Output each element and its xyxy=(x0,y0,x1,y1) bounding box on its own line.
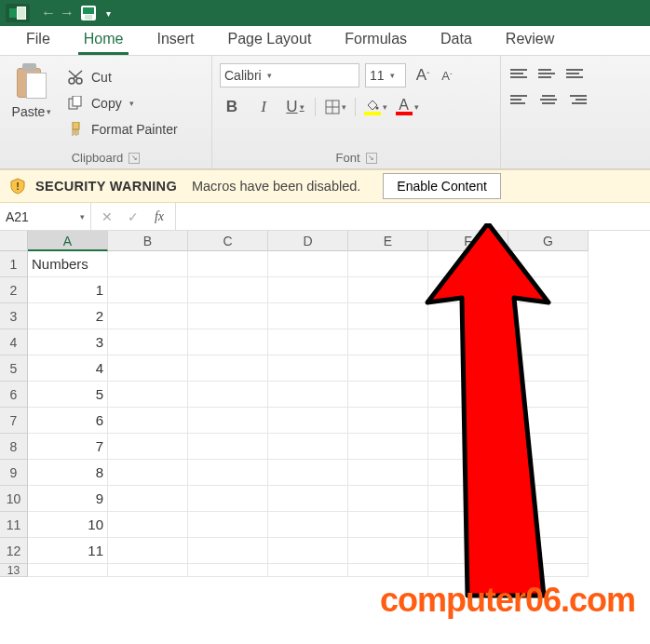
cell[interactable] xyxy=(108,486,188,512)
format-painter-button[interactable]: Format Painter xyxy=(63,117,182,141)
cell[interactable] xyxy=(108,251,188,277)
align-center-button[interactable] xyxy=(536,89,561,110)
column-header[interactable]: E xyxy=(348,231,428,251)
qat-customize-icon[interactable]: ▾ xyxy=(106,8,111,19)
cell[interactable] xyxy=(268,382,348,408)
cell[interactable] xyxy=(268,434,348,460)
row-header[interactable]: 5 xyxy=(0,356,28,382)
cell[interactable] xyxy=(508,303,589,329)
cell[interactable] xyxy=(508,408,589,434)
cell[interactable] xyxy=(508,460,589,486)
column-header[interactable]: F xyxy=(428,231,508,251)
cell[interactable] xyxy=(268,251,348,277)
cell[interactable] xyxy=(508,434,589,460)
copy-button[interactable]: Copy ▾ xyxy=(63,91,182,115)
cell[interactable] xyxy=(428,356,508,382)
cell[interactable] xyxy=(348,303,428,329)
cell[interactable] xyxy=(188,486,268,512)
enable-content-button[interactable]: Enable Content xyxy=(383,173,501,199)
underline-button[interactable]: U▾ xyxy=(283,95,307,119)
fill-color-button[interactable]: ▾ xyxy=(363,95,387,119)
cell[interactable] xyxy=(348,356,428,382)
cell[interactable] xyxy=(268,408,348,434)
row-header[interactable]: 8 xyxy=(0,434,28,460)
grow-font-button[interactable]: Aˆ xyxy=(412,63,434,87)
cell[interactable]: 2 xyxy=(28,303,108,329)
row-header[interactable]: 2 xyxy=(0,277,28,303)
cell[interactable] xyxy=(108,512,188,538)
cell[interactable] xyxy=(348,538,428,564)
tab-file[interactable]: File xyxy=(9,25,67,55)
italic-button[interactable]: I xyxy=(251,95,276,119)
cell[interactable]: 4 xyxy=(28,356,108,382)
cell[interactable] xyxy=(268,564,348,577)
tab-insert[interactable]: Insert xyxy=(140,25,210,55)
cell[interactable] xyxy=(268,486,348,512)
cell[interactable] xyxy=(108,382,188,408)
cell[interactable]: 8 xyxy=(28,460,108,486)
column-header[interactable]: G xyxy=(508,231,589,251)
cell[interactable] xyxy=(348,512,428,538)
align-middle-button[interactable] xyxy=(536,63,561,84)
tab-page-layout[interactable]: Page Layout xyxy=(210,25,328,55)
cell[interactable] xyxy=(348,564,428,577)
enter-formula-icon[interactable]: ✓ xyxy=(121,206,145,228)
cell[interactable]: 3 xyxy=(28,329,108,356)
row-header[interactable]: 6 xyxy=(0,382,28,408)
cell[interactable] xyxy=(28,564,108,577)
cell[interactable] xyxy=(428,460,508,486)
paste-icon[interactable] xyxy=(13,63,50,102)
cell[interactable] xyxy=(348,408,428,434)
cell[interactable] xyxy=(108,408,188,434)
cell[interactable] xyxy=(108,356,188,382)
cell[interactable] xyxy=(268,512,348,538)
font-launcher-icon[interactable]: ↘ xyxy=(366,153,377,164)
cell[interactable] xyxy=(428,329,508,356)
cell[interactable] xyxy=(508,564,589,577)
cell[interactable] xyxy=(428,382,508,408)
tab-formulas[interactable]: Formulas xyxy=(328,25,424,55)
column-header[interactable]: D xyxy=(268,231,348,251)
save-icon[interactable] xyxy=(80,5,97,21)
cell[interactable] xyxy=(428,564,508,577)
cell[interactable] xyxy=(188,356,268,382)
bold-button[interactable]: B xyxy=(220,95,244,119)
tab-review[interactable]: Review xyxy=(489,25,571,55)
shrink-font-button[interactable]: Aˇ xyxy=(436,63,458,87)
cell[interactable]: 6 xyxy=(28,408,108,434)
cell[interactable] xyxy=(188,564,268,577)
cell[interactable] xyxy=(428,303,508,329)
borders-button[interactable]: ▾ xyxy=(323,95,347,119)
align-top-button[interactable] xyxy=(508,63,533,84)
cell[interactable] xyxy=(108,277,188,303)
cell[interactable] xyxy=(428,277,508,303)
row-header[interactable]: 13 xyxy=(0,564,28,577)
row-header[interactable]: 3 xyxy=(0,303,28,329)
cell[interactable] xyxy=(508,512,589,538)
cell[interactable] xyxy=(428,512,508,538)
cell[interactable]: 5 xyxy=(28,382,108,408)
column-header[interactable]: C xyxy=(188,231,268,251)
row-header[interactable]: 10 xyxy=(0,486,28,512)
cell[interactable] xyxy=(108,538,188,564)
redo-icon[interactable]: → xyxy=(60,5,74,21)
insert-function-button[interactable]: fx xyxy=(147,206,171,228)
cell[interactable] xyxy=(188,303,268,329)
cell[interactable] xyxy=(108,564,188,577)
cell[interactable] xyxy=(188,329,268,356)
cell[interactable] xyxy=(108,303,188,329)
cell[interactable] xyxy=(348,277,428,303)
row-header[interactable]: 1 xyxy=(0,251,28,277)
cell[interactable] xyxy=(188,434,268,460)
cell[interactable] xyxy=(188,512,268,538)
cell[interactable] xyxy=(508,251,589,277)
row-header[interactable]: 4 xyxy=(0,329,28,356)
cell[interactable] xyxy=(188,538,268,564)
cell[interactable] xyxy=(508,277,589,303)
cell[interactable]: 11 xyxy=(28,538,108,564)
cell[interactable] xyxy=(188,251,268,277)
align-bottom-button[interactable] xyxy=(564,63,589,84)
cell[interactable]: 1 xyxy=(28,277,108,303)
cell[interactable] xyxy=(268,329,348,356)
cell[interactable] xyxy=(508,329,589,356)
